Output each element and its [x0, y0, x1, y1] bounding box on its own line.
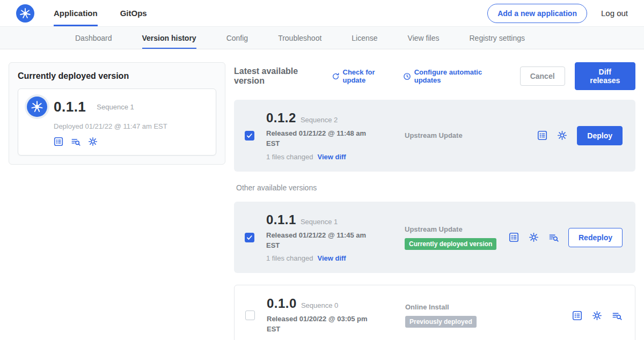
currently-deployed-badge: Currently deployed version	[405, 238, 496, 250]
subtab-version-history[interactable]: Version history	[142, 27, 196, 49]
version-released: Released 01/21/22 @ 11:48 am EST	[266, 129, 372, 149]
version-number: 0.1.0	[267, 296, 297, 311]
tab-application[interactable]: Application	[54, 0, 98, 26]
refresh-icon	[332, 72, 340, 80]
subtab-troubleshoot[interactable]: Troubleshoot	[278, 27, 321, 49]
release-notes-icon[interactable]	[537, 130, 547, 141]
tab-gitops[interactable]: GitOps	[120, 0, 147, 26]
version-released: Released 01/20/22 @ 03:05 pm EST	[267, 314, 373, 335]
latest-available-title: Latest available version	[234, 66, 322, 86]
view-diff-link[interactable]: View diff	[317, 153, 346, 161]
version-source-label: Upstream Update	[405, 225, 509, 233]
release-notes-icon[interactable]	[509, 232, 519, 242]
version-source-label: Upstream Update	[405, 131, 537, 139]
config-icon[interactable]	[529, 232, 539, 242]
diff-icon[interactable]	[71, 137, 80, 146]
version-number: 0.1.2	[266, 110, 296, 125]
top-navbar: Application GitOps Add a new application…	[0, 0, 644, 27]
deployed-timestamp: Deployed 01/21/22 @ 11:47 am EST	[54, 122, 207, 130]
version-row: 0.1.2 Sequence 2 Released 01/21/22 @ 11:…	[234, 100, 635, 172]
version-row: 0.1.0 Sequence 0 Released 01/20/22 @ 03:…	[234, 285, 635, 340]
files-changed-label: 1 files changed	[266, 153, 313, 161]
version-checkbox[interactable]	[245, 131, 254, 141]
currently-deployed-title: Currently deployed version	[18, 71, 216, 81]
release-notes-icon[interactable]	[572, 311, 582, 321]
configure-automatic-updates-link[interactable]: Configure automatic updates	[403, 68, 501, 84]
clock-icon	[403, 72, 411, 80]
diff-icon[interactable]	[548, 232, 559, 242]
currently-deployed-panel: Currently deployed version 0.1.1 Sequenc…	[9, 62, 225, 165]
app-subnav: Dashboard Version history Config Trouble…	[0, 27, 644, 49]
version-row: 0.1.1 Sequence 1 Released 01/21/22 @ 11:…	[234, 202, 635, 274]
kubernetes-logo-icon	[16, 4, 34, 23]
version-sequence: Sequence 2	[301, 116, 338, 124]
deployed-version-sequence: Sequence 1	[97, 103, 134, 111]
diff-icon[interactable]	[612, 311, 622, 321]
kubernetes-app-icon	[27, 97, 47, 117]
config-icon[interactable]	[557, 130, 567, 141]
config-icon[interactable]	[88, 137, 98, 146]
add-application-button[interactable]: Add a new application	[487, 4, 587, 23]
view-diff-link[interactable]: View diff	[317, 254, 346, 262]
deployed-version-number: 0.1.1	[54, 99, 86, 115]
redeploy-button[interactable]: Redeploy	[568, 228, 623, 247]
version-source-label: Online Install	[405, 303, 572, 311]
subtab-license[interactable]: License	[352, 27, 377, 49]
subtab-config[interactable]: Config	[226, 27, 248, 49]
version-released: Released 01/21/22 @ 11:45 am EST	[266, 231, 372, 251]
files-changed-label: 1 files changed	[266, 254, 313, 262]
version-number: 0.1.1	[266, 212, 296, 227]
version-sequence: Sequence 1	[301, 218, 338, 226]
deployed-version-card: 0.1.1 Sequence 1 Deployed 01/21/22 @ 11:…	[18, 88, 216, 156]
release-notes-icon[interactable]	[54, 137, 63, 146]
previously-deployed-badge: Previously deployed	[405, 316, 477, 328]
version-history-panel: Latest available version Check for updat…	[234, 62, 635, 340]
check-for-update-link[interactable]: Check for update	[332, 68, 393, 84]
other-versions-title: Other available versions	[236, 183, 635, 192]
version-checkbox[interactable]	[245, 233, 254, 242]
config-icon[interactable]	[592, 311, 602, 321]
subtab-dashboard[interactable]: Dashboard	[75, 27, 112, 49]
version-sequence: Sequence 0	[301, 301, 338, 309]
subtab-registry-settings[interactable]: Registry settings	[469, 27, 524, 49]
version-checkbox[interactable]	[245, 311, 255, 320]
cancel-button[interactable]: Cancel	[520, 66, 565, 86]
diff-releases-button[interactable]: Diff releases	[575, 62, 635, 90]
logout-link[interactable]: Log out	[601, 9, 628, 18]
subtab-view-files[interactable]: View files	[408, 27, 440, 49]
deploy-button[interactable]: Deploy	[577, 126, 623, 145]
